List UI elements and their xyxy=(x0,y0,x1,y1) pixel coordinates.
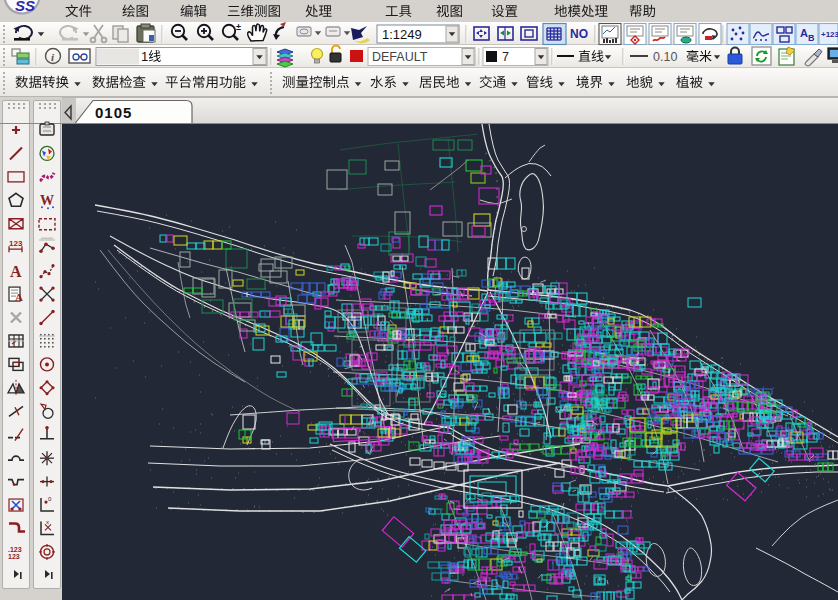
svg-text:A: A xyxy=(800,27,808,39)
svg-text:i: i xyxy=(51,51,55,63)
svg-text:+123: +123 xyxy=(821,30,838,39)
svg-text:DEFAULT: DEFAULT xyxy=(372,50,428,64)
svg-text:123: 123 xyxy=(8,553,20,560)
svg-text:±: ± xyxy=(236,22,241,32)
svg-text:W: W xyxy=(40,193,54,208)
svg-text:x: x xyxy=(46,519,49,525)
svg-text:.123: .123 xyxy=(8,546,22,553)
svg-text:A: A xyxy=(10,263,22,280)
svg-text:1: 1 xyxy=(141,49,148,64)
svg-text:0: 0 xyxy=(48,496,52,502)
svg-text:1:1249: 1:1249 xyxy=(382,27,422,42)
svg-text:SS: SS xyxy=(15,0,35,14)
svg-text:7: 7 xyxy=(502,50,509,64)
svg-text:B: B xyxy=(808,33,815,43)
svg-text:0.10: 0.10 xyxy=(653,50,677,64)
svg-text:0105: 0105 xyxy=(95,104,132,121)
svg-text:A: A xyxy=(15,291,23,303)
svg-text:NO: NO xyxy=(570,27,588,41)
svg-text:123: 123 xyxy=(9,239,23,248)
